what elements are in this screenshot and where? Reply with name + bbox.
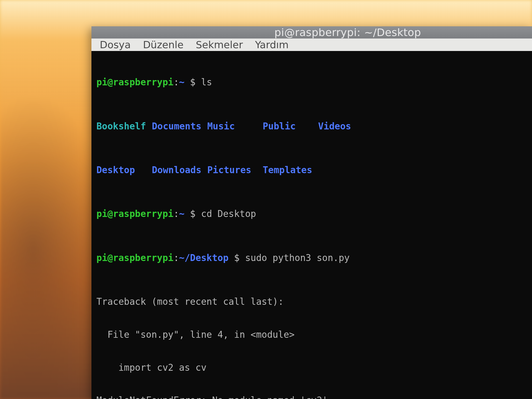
prompt-path: ~ — [179, 77, 185, 88]
terminal-content[interactable]: pi@raspberrypi:~ $ ls BookshelfDocuments… — [91, 51, 532, 399]
prompt-path: ~/Desktop — [179, 252, 229, 263]
traceback-line: import cv2 as cv — [96, 362, 527, 373]
prompt-path: ~ — [179, 208, 185, 219]
menu-help[interactable]: Yardım — [253, 39, 290, 51]
window-titlebar[interactable]: pi@raspberrypi: ~/Desktop — [91, 26, 532, 39]
ls-row: DesktopDownloadsPicturesTemplates — [96, 165, 527, 176]
prompt-userhost: pi@raspberrypi — [96, 252, 173, 263]
dir-item: Pictures — [207, 165, 263, 176]
dir-item: Desktop — [96, 165, 152, 176]
dir-item: Public — [263, 121, 318, 132]
dir-item: Documents — [152, 121, 207, 132]
dir-item: Music — [207, 121, 263, 132]
command-text: ls — [201, 77, 212, 88]
dir-item: Templates — [263, 165, 318, 176]
prompt-sep: : — [173, 77, 179, 88]
prompt-userhost: pi@raspberrypi — [96, 77, 173, 88]
dir-item: Bookshelf — [96, 121, 152, 132]
prompt-dollar: $ — [229, 252, 245, 263]
command-text: cd Desktop — [201, 208, 256, 219]
prompt-sep: : — [173, 252, 179, 263]
traceback-line: File "son.py", line 4, in <module> — [96, 329, 527, 340]
ls-row: BookshelfDocumentsMusicPublicVideos — [96, 121, 527, 132]
menu-bar: Dosya Düzenle Sekmeler Yardım — [91, 39, 532, 51]
dir-item: Videos — [318, 121, 362, 132]
prompt-dollar: $ — [185, 208, 201, 219]
menu-tabs[interactable]: Sekmeler — [194, 39, 244, 51]
terminal-line: pi@raspberrypi:~ $ ls — [96, 77, 527, 88]
dir-item: Downloads — [152, 165, 207, 176]
dir-item — [318, 165, 362, 176]
traceback-line: Traceback (most recent call last): — [96, 296, 527, 307]
prompt-dollar: $ — [185, 77, 201, 88]
terminal-line: pi@raspberrypi:~ $ cd Desktop — [96, 208, 527, 219]
menu-edit[interactable]: Düzenle — [141, 39, 185, 51]
command-text: sudo python3 son.py — [245, 252, 350, 263]
menu-file[interactable]: Dosya — [98, 39, 132, 51]
terminal-window: pi@raspberrypi: ~/Desktop Dosya Düzenle … — [91, 26, 532, 399]
prompt-sep: : — [173, 208, 179, 219]
terminal-line: pi@raspberrypi:~/Desktop $ sudo python3 … — [96, 252, 527, 264]
window-title: pi@raspberrypi: ~/Desktop — [274, 26, 421, 39]
traceback-line: ModuleNotFoundError: No module named 'cv… — [96, 395, 527, 399]
prompt-userhost: pi@raspberrypi — [96, 208, 173, 219]
